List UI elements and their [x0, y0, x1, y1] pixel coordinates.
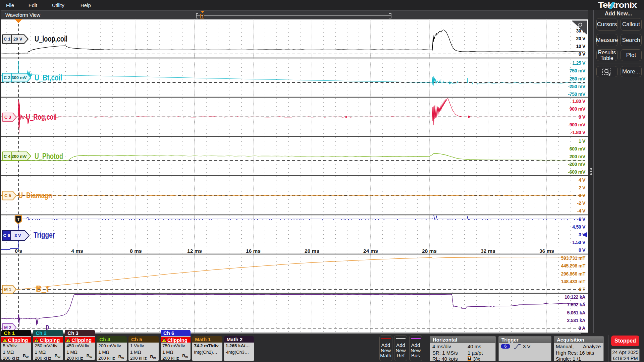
svg-text:C 4: C 4	[4, 154, 11, 159]
svg-text:20 V: 20 V	[13, 37, 22, 42]
svg-text:1 V: 1 V	[579, 138, 586, 144]
svg-text:300 mV: 300 mV	[11, 75, 27, 80]
svg-text:T: T	[17, 217, 20, 222]
svg-text:296.866 mT: 296.866 mT	[561, 271, 586, 277]
svg-text:12 ms: 12 ms	[187, 248, 202, 254]
svg-text:-900 mV: -900 mV	[568, 122, 586, 127]
svg-text:-1.80 V: -1.80 V	[571, 130, 586, 135]
svg-text:148.433 mT: 148.433 mT	[561, 279, 586, 284]
svg-text:-750 mV: -750 mV	[568, 92, 586, 97]
svg-text:-250 mV: -250 mV	[568, 84, 586, 89]
svg-text:10.122 kA: 10.122 kA	[565, 294, 585, 300]
svg-text:20 V: 20 V	[576, 36, 586, 41]
svg-text:-4 V: -4 V	[577, 208, 586, 214]
svg-text:750 mV: 750 mV	[570, 68, 586, 73]
svg-text:C 6: C 6	[3, 233, 10, 238]
svg-text:M 1: M 1	[4, 287, 11, 292]
svg-text:32 ms: 32 ms	[481, 248, 495, 254]
svg-text:0 V: 0 V	[579, 114, 586, 120]
svg-text:U_Diamagn: U_Diamagn	[18, 191, 52, 200]
svg-text:600 mV: 600 mV	[570, 146, 586, 152]
svg-text:0 V: 0 V	[579, 247, 586, 253]
svg-text:6 V: 6 V	[579, 217, 586, 222]
svg-text:Trigger: Trigger	[34, 231, 55, 239]
svg-text:M 2: M 2	[4, 325, 11, 330]
svg-text:1.25 V: 1.25 V	[572, 60, 586, 66]
svg-text:U_loop,coil: U_loop,coil	[35, 35, 67, 43]
svg-text:250 mV: 250 mV	[570, 76, 586, 81]
svg-text:445.298 mT: 445.298 mT	[561, 263, 586, 268]
svg-text:C 3: C 3	[4, 115, 11, 120]
svg-text:4 V: 4 V	[579, 177, 586, 183]
svg-text:4 ms: 4 ms	[71, 248, 83, 254]
svg-text:U_Photod: U_Photod	[35, 152, 63, 161]
svg-text:200 mV: 200 mV	[11, 154, 27, 159]
svg-text:0 V: 0 V	[579, 51, 586, 57]
svg-text:4.50 V: 4.50 V	[572, 224, 586, 230]
svg-text:0 V: 0 V	[579, 193, 586, 198]
svg-text:C 5: C 5	[4, 193, 11, 198]
svg-text:1.80 V: 1.80 V	[572, 99, 586, 104]
svg-text:C 1: C 1	[4, 37, 10, 42]
svg-text:900 mV: 900 mV	[570, 106, 586, 112]
svg-text:2.531 kA: 2.531 kA	[567, 318, 586, 323]
svg-text:16 ms: 16 ms	[246, 248, 261, 254]
svg-text:C 2: C 2	[4, 75, 10, 80]
svg-text:28 ms: 28 ms	[422, 248, 437, 254]
svg-text:0 s: 0 s	[15, 248, 22, 254]
svg-text:10 V: 10 V	[576, 44, 586, 49]
svg-text:0 A: 0 A	[579, 325, 586, 331]
svg-text:U_Rog,coil: U_Rog,coil	[26, 113, 57, 121]
svg-text:24 ms: 24 ms	[363, 248, 378, 254]
svg-text:-2 V: -2 V	[577, 200, 586, 206]
svg-text:B_t: B_t	[36, 284, 49, 293]
svg-text:7.592 kA: 7.592 kA	[567, 302, 586, 307]
svg-text:593.731 mT: 593.731 mT	[561, 255, 586, 261]
svg-text:5.061 kA: 5.061 kA	[567, 310, 586, 315]
svg-text:-600 mV: -600 mV	[568, 169, 586, 175]
svg-text:3 V: 3 V	[14, 233, 21, 238]
svg-text:2 V: 2 V	[579, 185, 586, 190]
svg-text:20 ms: 20 ms	[305, 248, 319, 254]
svg-text:8 ms: 8 ms	[130, 248, 142, 254]
svg-text:36 ms: 36 ms	[539, 248, 554, 254]
svg-text:200 mV: 200 mV	[570, 154, 586, 159]
svg-text:U_Bt,coil: U_Bt,coil	[35, 73, 62, 82]
svg-text:-200 mV: -200 mV	[568, 162, 586, 167]
svg-text:0 T: 0 T	[579, 287, 586, 292]
svg-text:1.50 V: 1.50 V	[572, 240, 586, 245]
